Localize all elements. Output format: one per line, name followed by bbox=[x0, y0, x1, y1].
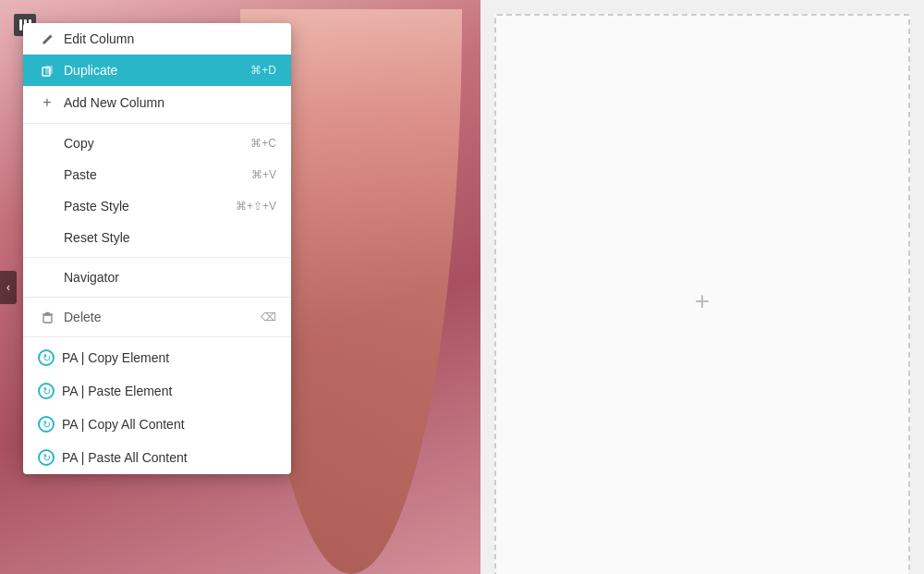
duplicate-label: Duplicate bbox=[64, 63, 250, 78]
duplicate-shortcut: ⌘+D bbox=[250, 64, 276, 77]
pa-copy-element-label: PA | Copy Element bbox=[62, 350, 276, 365]
delete-label: Delete bbox=[64, 310, 261, 324]
pa-paste-element-label: PA | Paste Element bbox=[62, 384, 276, 398]
paste-style-label: Paste Style bbox=[64, 199, 236, 214]
menu-item-reset-style[interactable]: Reset Style bbox=[23, 222, 291, 253]
pa-copy-all-content-label: PA | Copy All Content bbox=[62, 417, 276, 432]
page-container: On os et, consecteturctum. ‹ + E bbox=[0, 0, 924, 574]
pa-paste-all-content-label: PA | Paste All Content bbox=[62, 450, 276, 465]
reset-style-label: Reset Style bbox=[64, 230, 276, 245]
add-new-column-label: Add New Column bbox=[64, 95, 276, 110]
left-arrow[interactable]: ‹ bbox=[0, 271, 17, 304]
edit-column-label: Edit Column bbox=[64, 31, 276, 46]
menu-item-add-new-column[interactable]: + Add New Column bbox=[23, 86, 291, 119]
divider-2 bbox=[23, 257, 291, 258]
divider-1 bbox=[23, 123, 291, 124]
copy-shortcut: ⌘+C bbox=[250, 137, 276, 150]
pa-copy-element-icon bbox=[38, 349, 55, 366]
pa-copy-all-content-icon bbox=[38, 416, 55, 433]
divider-4 bbox=[23, 336, 291, 337]
menu-item-paste-style[interactable]: Paste Style ⌘+⇧+V bbox=[23, 190, 291, 222]
trash-icon bbox=[38, 311, 56, 324]
menu-item-delete[interactable]: Delete ⌫ bbox=[23, 301, 291, 333]
menu-item-pa-copy-element[interactable]: PA | Copy Element bbox=[23, 341, 291, 374]
delete-shortcut: ⌫ bbox=[261, 311, 276, 324]
menu-item-edit-column[interactable]: Edit Column bbox=[23, 23, 291, 55]
svg-rect-4 bbox=[45, 66, 53, 74]
menu-item-copy[interactable]: Copy ⌘+C bbox=[23, 128, 291, 159]
divider-3 bbox=[23, 297, 291, 298]
menu-item-paste[interactable]: Paste ⌘+V bbox=[23, 159, 291, 190]
add-column-icon: + bbox=[695, 287, 710, 316]
navigator-label: Navigator bbox=[64, 270, 276, 285]
copy-label: Copy bbox=[64, 136, 250, 151]
paste-shortcut: ⌘+V bbox=[251, 168, 276, 181]
plus-icon: + bbox=[38, 94, 56, 111]
menu-item-pa-paste-element[interactable]: PA | Paste Element bbox=[23, 374, 291, 408]
right-panel-column[interactable]: + bbox=[494, 14, 910, 574]
paste-label: Paste bbox=[64, 167, 251, 182]
svg-rect-0 bbox=[19, 19, 22, 31]
svg-rect-5 bbox=[43, 315, 52, 323]
menu-item-pa-copy-all-content[interactable]: PA | Copy All Content bbox=[23, 408, 291, 441]
pa-paste-all-content-icon bbox=[38, 449, 55, 466]
menu-item-duplicate[interactable]: Duplicate ⌘+D bbox=[23, 55, 291, 86]
menu-item-navigator[interactable]: Navigator bbox=[23, 262, 291, 293]
context-menu: Edit Column Duplicate ⌘+D + Add New Colu… bbox=[23, 23, 291, 474]
menu-item-pa-paste-all-content[interactable]: PA | Paste All Content bbox=[23, 441, 291, 474]
paste-style-shortcut: ⌘+⇧+V bbox=[236, 200, 276, 213]
pa-paste-element-icon bbox=[38, 383, 55, 399]
pencil-icon bbox=[38, 33, 56, 45]
duplicate-icon bbox=[38, 65, 56, 77]
